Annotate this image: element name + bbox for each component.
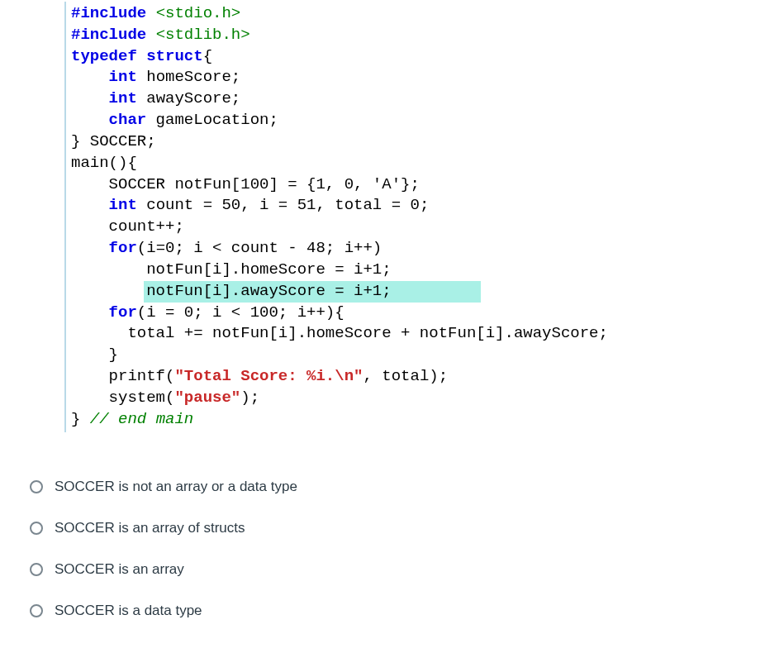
code-line: SOCCER notFun[100] = {1, 0, 'A'}; — [71, 174, 784, 196]
code-line: typedef struct{ — [71, 46, 784, 68]
answer-list: SOCCER is not an array or a data typeSOC… — [30, 479, 784, 619]
code-line: printf("Total Score: %i.\n", total); — [71, 366, 784, 388]
answer-label: SOCCER is a data type — [55, 603, 202, 619]
answer-label: SOCCER is an array — [55, 561, 184, 578]
code-line: int awayScore; — [71, 88, 784, 110]
code-line: } // end main — [71, 409, 784, 431]
answer-option[interactable]: SOCCER is not an array or a data type — [30, 479, 784, 495]
code-line: system("pause"); — [71, 388, 784, 409]
highlighted-code: notFun[i].awayScore = i+1; — [144, 281, 481, 303]
code-line: } SOCCER; — [71, 131, 784, 153]
radio-icon[interactable] — [30, 604, 43, 617]
code-line: notFun[i].homeScore = i+1; — [71, 260, 784, 281]
code-line: total += notFun[i].homeScore + notFun[i]… — [71, 323, 784, 345]
code-line: notFun[i].awayScore = i+1; — [71, 281, 784, 303]
answer-label: SOCCER is an array of structs — [55, 520, 245, 536]
radio-icon[interactable] — [30, 563, 43, 576]
code-line: main(){ — [71, 153, 784, 174]
code-line: for(i=0; i < count - 48; i++) — [71, 238, 784, 260]
code-line: for(i = 0; i < 100; i++){ — [71, 303, 784, 324]
radio-icon[interactable] — [30, 522, 43, 535]
answer-option[interactable]: SOCCER is a data type — [30, 603, 784, 619]
code-line: #include <stdlib.h> — [71, 25, 784, 46]
code-block: #include <stdio.h>#include <stdlib.h>typ… — [64, 2, 784, 432]
code-line: count++; — [71, 217, 784, 238]
code-line: #include <stdio.h> — [71, 3, 784, 25]
code-line: } — [71, 345, 784, 366]
code-line: int homeScore; — [71, 67, 784, 88]
radio-icon[interactable] — [30, 480, 43, 493]
code-line: int count = 50, i = 51, total = 0; — [71, 195, 784, 217]
answer-option[interactable]: SOCCER is an array — [30, 561, 784, 578]
answer-label: SOCCER is not an array or a data type — [55, 479, 297, 495]
answer-option[interactable]: SOCCER is an array of structs — [30, 520, 784, 536]
code-line: char gameLocation; — [71, 110, 784, 131]
